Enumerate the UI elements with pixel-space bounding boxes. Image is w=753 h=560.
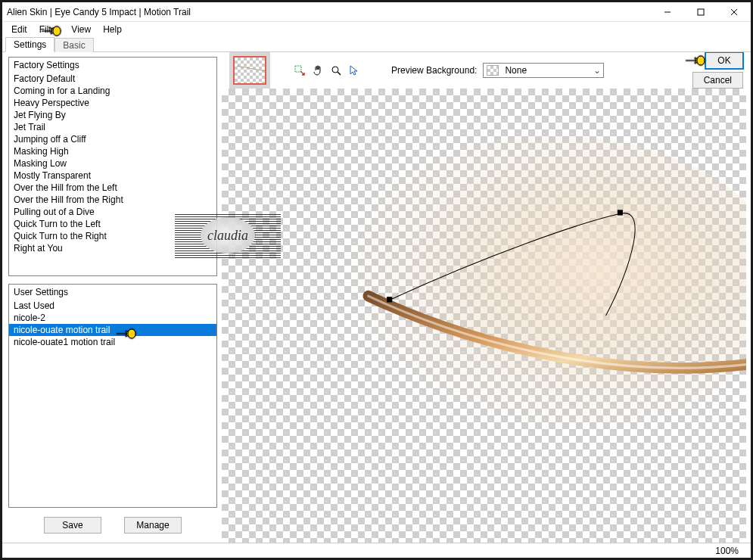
list-item[interactable]: Coming in for a Landing bbox=[9, 85, 216, 97]
window-title: Alien Skin | Eye Candy 5 Impact | Motion… bbox=[7, 7, 191, 17]
app-window: Alien Skin | Eye Candy 5 Impact | Motion… bbox=[0, 0, 753, 560]
hand-tool-icon bbox=[312, 64, 324, 76]
list-item[interactable]: Pulling out of a Dive bbox=[9, 206, 216, 218]
ok-button[interactable]: OK bbox=[705, 52, 743, 69]
list-item-selected[interactable]: nicole-ouate motion trail bbox=[9, 324, 216, 336]
svg-point-10 bbox=[322, 135, 746, 433]
svg-point-7 bbox=[332, 67, 338, 73]
right-pane: Preview Background: None ⌄ OK Cancel bbox=[222, 52, 751, 543]
svg-rect-12 bbox=[618, 210, 623, 215]
preview-bg-label: Preview Background: bbox=[391, 65, 477, 76]
list-item[interactable]: Mostly Transparent bbox=[9, 170, 216, 182]
list-item[interactable]: Heavy Perspective bbox=[9, 97, 216, 109]
status-bar: 100% bbox=[2, 543, 751, 558]
tab-basic[interactable]: Basic bbox=[54, 38, 93, 52]
selection-tool-icon bbox=[294, 64, 306, 76]
tab-settings[interactable]: Settings bbox=[5, 37, 54, 52]
user-settings-header: User Settings bbox=[9, 285, 216, 300]
user-settings-list[interactable]: User Settings Last Used nicole-2 nicole-… bbox=[8, 284, 217, 508]
selection-tool-button[interactable] bbox=[291, 62, 308, 79]
maximize-button[interactable] bbox=[684, 2, 717, 21]
zoom-level: 100% bbox=[715, 546, 739, 556]
preview-artwork bbox=[222, 89, 746, 543]
list-item[interactable]: nicole-ouate1 motion trail bbox=[9, 336, 216, 348]
left-pane: Factory Settings Factory Default Coming … bbox=[2, 52, 222, 543]
preview-bg-value: None bbox=[502, 65, 591, 76]
preview-thumbnail[interactable] bbox=[233, 56, 266, 85]
chevron-down-icon: ⌄ bbox=[591, 65, 603, 76]
transparency-swatch-icon bbox=[487, 65, 499, 76]
tab-row: Settings Basic bbox=[2, 37, 751, 52]
pointer-annotation bbox=[684, 53, 705, 68]
title-bar: Alien Skin | Eye Candy 5 Impact | Motion… bbox=[2, 2, 751, 22]
list-item[interactable]: Masking Low bbox=[9, 157, 216, 170]
close-button[interactable] bbox=[717, 2, 751, 21]
maximize-icon bbox=[697, 8, 705, 16]
list-item[interactable]: Jet Flying By bbox=[9, 109, 216, 121]
menu-edit[interactable]: Edit bbox=[5, 23, 33, 36]
preview-bg-combo[interactable]: None ⌄ bbox=[483, 63, 604, 78]
preview-thumbnail-frame bbox=[229, 52, 270, 89]
list-item[interactable]: Quick Turn to the Right bbox=[9, 230, 216, 242]
svg-rect-11 bbox=[387, 297, 392, 302]
list-item[interactable]: Jet Trail bbox=[9, 121, 216, 133]
list-item[interactable]: Quick Turn to the Left bbox=[9, 218, 216, 230]
pointer-tool-button[interactable] bbox=[346, 62, 362, 79]
list-item[interactable]: Last Used bbox=[9, 300, 216, 312]
list-item[interactable]: Factory Default bbox=[9, 73, 216, 85]
main-area: Factory Settings Factory Default Coming … bbox=[2, 52, 751, 543]
window-controls bbox=[651, 2, 751, 21]
factory-settings-header: Factory Settings bbox=[9, 58, 216, 73]
list-item[interactable]: Masking High bbox=[9, 145, 216, 157]
list-item[interactable]: Jumping off a Cliff bbox=[9, 133, 216, 145]
menu-view[interactable]: View bbox=[65, 23, 97, 36]
zoom-tool-button[interactable] bbox=[328, 62, 344, 79]
close-icon bbox=[730, 8, 738, 16]
pointer-tool-icon bbox=[348, 64, 360, 76]
list-item[interactable]: Over the Hill from the Left bbox=[9, 182, 216, 194]
cancel-button[interactable]: Cancel bbox=[692, 72, 743, 89]
dialog-button-col: OK Cancel bbox=[692, 52, 746, 89]
menu-filter[interactable]: Filter bbox=[33, 23, 66, 36]
svg-rect-6 bbox=[295, 66, 301, 72]
menu-help[interactable]: Help bbox=[97, 23, 128, 36]
preview-toolbar bbox=[291, 62, 362, 79]
list-item[interactable]: Over the Hill from the Right bbox=[9, 194, 216, 206]
hand-tool-button[interactable] bbox=[310, 62, 326, 79]
svg-line-8 bbox=[338, 72, 341, 75]
left-button-row: Save Manage bbox=[8, 515, 217, 538]
svg-rect-1 bbox=[698, 9, 704, 15]
preview-canvas[interactable] bbox=[222, 89, 746, 543]
minimize-button[interactable] bbox=[651, 2, 684, 21]
menu-bar: Edit Filter View Help bbox=[2, 22, 751, 37]
svg-point-9 bbox=[697, 56, 705, 65]
save-button[interactable]: Save bbox=[44, 517, 101, 534]
list-item[interactable]: Right at You bbox=[9, 242, 216, 254]
list-item[interactable]: nicole-2 bbox=[9, 312, 216, 324]
manage-button[interactable]: Manage bbox=[124, 517, 182, 534]
minimize-icon bbox=[664, 8, 671, 16]
right-top-row: Preview Background: None ⌄ OK Cancel bbox=[222, 52, 751, 89]
factory-settings-list[interactable]: Factory Settings Factory Default Coming … bbox=[8, 57, 217, 276]
zoom-tool-icon bbox=[330, 64, 342, 76]
